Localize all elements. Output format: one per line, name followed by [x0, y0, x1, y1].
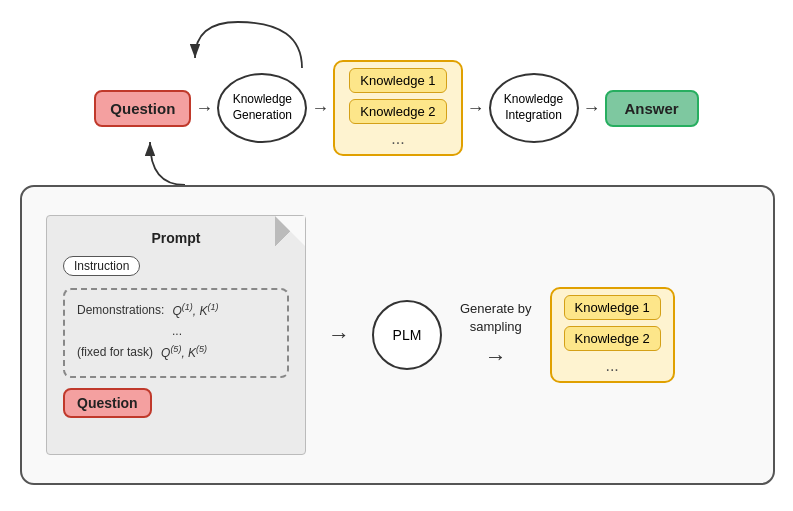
prompt-card: Prompt Instruction Demonstrations: Q(1),… — [46, 215, 306, 455]
prompt-title: Prompt — [63, 230, 289, 246]
answer-box: Answer — [605, 90, 699, 127]
demonstrations-label: Demonstrations: — [77, 300, 164, 321]
knowledge-dots-right: ... — [564, 357, 661, 375]
knowledge-item-1-top: Knowledge 1 — [349, 68, 446, 93]
knowledge-list-right: Knowledge 1 Knowledge 2 ... — [550, 287, 675, 383]
question-box-top: Question — [94, 90, 191, 127]
demo-q5k5: Q(5), K(5) — [161, 342, 207, 363]
plm-label: PLM — [393, 327, 422, 343]
knowledge-item-2-top: Knowledge 2 — [349, 99, 446, 124]
question-label-top: Question — [110, 100, 175, 117]
knowledge-item-2-right: Knowledge 2 — [564, 326, 661, 351]
arrow-q-kg: → — [191, 98, 217, 119]
arrow-klist-ki: → — [463, 98, 489, 119]
arrow-kg-klist: → — [307, 98, 333, 119]
knowledge-gen-oval: KnowledgeGeneration — [217, 73, 307, 143]
arrow-prompt-plm: → — [324, 322, 354, 348]
arrow-plm-knowledge: → — [481, 344, 511, 370]
fixed-label: (fixed for task) — [77, 342, 153, 363]
top-row: Question → KnowledgeGeneration → Knowled… — [22, 60, 772, 156]
knowledge-int-oval: KnowledgeIntegration — [489, 73, 579, 143]
answer-label: Answer — [625, 100, 679, 117]
knowledge-int-label: KnowledgeIntegration — [504, 92, 563, 123]
question-badge-bottom: Question — [63, 388, 152, 418]
demo-dots: ... — [172, 324, 182, 338]
knowledge-dots-top: ... — [349, 130, 446, 148]
knowledge-item-1-right: Knowledge 1 — [564, 295, 661, 320]
knowledge-list-top: Knowledge 1 Knowledge 2 ... — [333, 60, 462, 156]
knowledge-gen-label: KnowledgeGeneration — [233, 92, 292, 123]
bottom-panel: Prompt Instruction Demonstrations: Q(1),… — [20, 185, 775, 485]
diagram-container: Question → KnowledgeGeneration → Knowled… — [0, 0, 793, 511]
arrow-ki-answer: → — [579, 98, 605, 119]
generate-label: Generate bysampling — [460, 300, 532, 336]
demonstrations-box: Demonstrations: Q(1), K(1) ... (fixed fo… — [63, 288, 289, 378]
demo-q1k1: Q(1), K(1) — [172, 300, 218, 321]
instruction-badge: Instruction — [63, 256, 140, 276]
plm-oval: PLM — [372, 300, 442, 370]
